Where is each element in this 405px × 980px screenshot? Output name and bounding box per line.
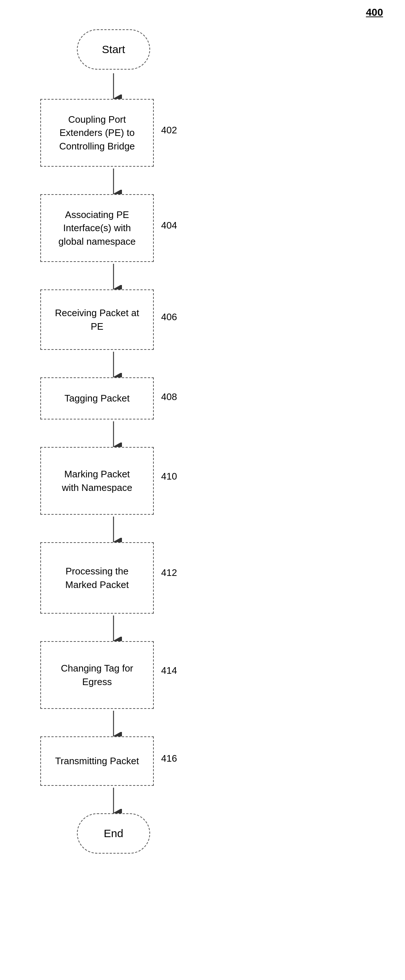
- step-416-number: 416: [161, 753, 177, 764]
- step-414-box: Changing Tag for Egress: [40, 641, 154, 709]
- step-404-box: Associating PE Interface(s) with global …: [40, 194, 154, 262]
- step-414-label: Changing Tag for Egress: [61, 662, 133, 688]
- step-406-number: 406: [161, 312, 177, 323]
- step-408-number: 408: [161, 391, 177, 402]
- start-node: Start: [77, 29, 150, 70]
- end-node: End: [77, 813, 150, 854]
- step-408-box: Tagging Packet: [40, 377, 154, 420]
- step-404-label: Associating PE Interface(s) with global …: [58, 208, 135, 248]
- figure-number: 400: [366, 6, 383, 18]
- step-410-number: 410: [161, 471, 177, 482]
- end-label: End: [104, 827, 123, 840]
- step-412-box: Processing the Marked Packet: [40, 542, 154, 614]
- step-406-box: Receiving Packet at PE: [40, 290, 154, 350]
- step-406-label: Receiving Packet at PE: [55, 306, 139, 333]
- step-402-box: Coupling Port Extenders (PE) to Controll…: [40, 99, 154, 167]
- step-412-number: 412: [161, 567, 177, 579]
- step-416-box: Transmitting Packet: [40, 737, 154, 786]
- step-408-label: Tagging Packet: [64, 391, 130, 405]
- step-410-label: Marking Packet with Namespace: [62, 468, 132, 494]
- flowchart-diagram: 400 Start: [0, 0, 405, 980]
- step-404-number: 404: [161, 220, 177, 231]
- step-412-label: Processing the Marked Packet: [65, 565, 129, 591]
- step-414-number: 414: [161, 665, 177, 676]
- step-402-label: Coupling Port Extenders (PE) to Controll…: [59, 113, 135, 153]
- start-label: Start: [102, 43, 125, 56]
- step-402-number: 402: [161, 124, 177, 136]
- step-410-box: Marking Packet with Namespace: [40, 447, 154, 515]
- step-416-label: Transmitting Packet: [55, 754, 139, 767]
